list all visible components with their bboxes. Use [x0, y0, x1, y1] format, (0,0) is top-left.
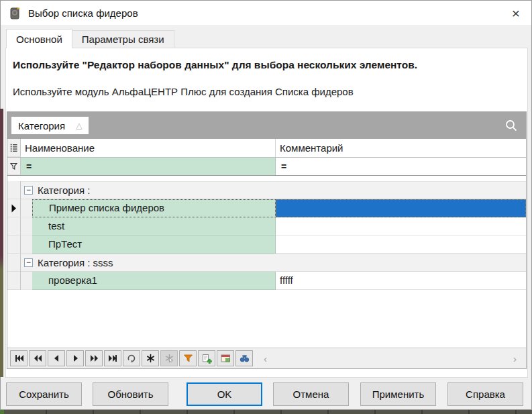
cancel-edit-icon	[164, 354, 174, 363]
nav-next-button[interactable]	[66, 350, 84, 366]
scroll-left-icon[interactable]: ‹	[264, 353, 267, 364]
indicator-cell	[7, 272, 21, 290]
indicator-header-cell[interactable]	[7, 139, 21, 157]
tab-page-main: Используйте "Редактор наборов данных" дл…	[5, 48, 528, 378]
titlebar: Выбор списка фидеров ×	[1, 1, 531, 26]
cell-name[interactable]: Пример списка фидеров	[32, 199, 276, 217]
auto-filter-row: = =	[7, 158, 526, 176]
collapse-icon[interactable]: −	[24, 186, 33, 195]
sort-ascending-icon: △	[76, 121, 82, 130]
app-icon	[7, 6, 22, 21]
scroll-right-icon[interactable]: ›	[513, 353, 517, 364]
current-row-arrow-icon	[11, 204, 17, 213]
group-indent	[21, 236, 32, 254]
nav-insert-button[interactable]	[142, 350, 159, 366]
cell-comment[interactable]	[276, 236, 526, 254]
group-indent	[21, 217, 32, 236]
filter-funnel-icon	[183, 354, 193, 363]
close-button[interactable]: ×	[500, 1, 531, 25]
cancel-button[interactable]: Отмена	[273, 382, 349, 406]
nav-last-button[interactable]	[104, 350, 121, 366]
group-label: Категория :	[38, 185, 90, 196]
apply-button[interactable]: Применить	[360, 382, 436, 406]
instruction-bold: Используйте "Редактор наборов данных" дл…	[13, 59, 417, 71]
nav-prior-button[interactable]	[48, 350, 65, 366]
group-row-category[interactable]: − Категория :	[7, 181, 526, 199]
funnel-icon	[9, 162, 18, 171]
grid-empty-area	[7, 290, 526, 348]
tab-strip: Основной Параметры связи	[6, 29, 174, 48]
dialog-button-bar: Сохранить Обновить OK Отмена Применить С…	[1, 382, 531, 406]
column-header-comment[interactable]: Комментарий	[276, 139, 526, 157]
prior-record-icon	[52, 354, 62, 363]
search-icon[interactable]	[504, 119, 518, 132]
nav-add-record-button[interactable]	[198, 350, 215, 366]
cell-name[interactable]: ПрТест	[32, 236, 276, 254]
table-row[interactable]: test	[7, 217, 526, 236]
collapse-icon[interactable]: −	[24, 258, 33, 267]
refresh-button[interactable]: Обновить	[93, 382, 168, 406]
indicator-cell	[7, 217, 21, 236]
refresh-icon	[127, 354, 137, 363]
feeder-list-grid: Категория △	[7, 111, 527, 369]
next-record-icon	[70, 354, 81, 363]
nav-next-page-button[interactable]	[85, 350, 103, 366]
group-field-label: Категория	[18, 120, 65, 132]
group-label: Категория : ssss	[38, 257, 113, 268]
record-navigator: ‹ ›	[7, 348, 526, 368]
background-window-left-edge	[0, 109, 3, 377]
horizontal-scrollbar[interactable]: ‹ ›	[254, 348, 526, 368]
prior-page-icon	[33, 354, 43, 363]
insert-record-icon	[146, 354, 156, 363]
column-header-name[interactable]: Наименование	[21, 139, 276, 157]
group-indent	[21, 272, 32, 290]
nav-refresh-button[interactable]	[123, 350, 140, 366]
filter-input-name[interactable]: =	[21, 158, 276, 175]
current-row-indicator-cell	[7, 199, 21, 217]
cell-name[interactable]: test	[32, 217, 276, 236]
cell-comment[interactable]: fffff	[276, 272, 526, 290]
background-window-bottom-edge	[0, 410, 532, 414]
nav-find-button[interactable]	[235, 350, 253, 366]
group-row-category-ssss[interactable]: − Категория : ssss	[7, 254, 526, 272]
cell-comment[interactable]	[276, 217, 526, 236]
binoculars-icon	[240, 354, 250, 363]
indicator-cell	[7, 254, 21, 272]
nav-cancel-edit-button	[160, 350, 178, 366]
cell-name[interactable]: проверка1	[32, 272, 276, 290]
first-record-icon	[14, 354, 24, 363]
group-by-chip-category[interactable]: Категория △	[11, 117, 89, 134]
ok-button[interactable]: OK	[187, 382, 262, 406]
help-button[interactable]: Справка	[447, 382, 523, 406]
table-row[interactable]: проверка1 fffff	[7, 272, 526, 290]
customize-layout-icon	[221, 354, 231, 363]
indicator-cell	[7, 181, 21, 199]
indicator-cell	[7, 236, 21, 254]
instruction-normal: Используйте модуль АльфаЦЕНТР Плюс для с…	[13, 86, 354, 97]
tab-connection-params[interactable]: Параметры связи	[72, 30, 174, 48]
nav-prior-page-button[interactable]	[29, 350, 46, 366]
window-title: Выбор списка фидеров	[28, 7, 138, 19]
table-row[interactable]: ПрТест	[7, 236, 526, 254]
filter-separator	[7, 176, 526, 181]
last-record-icon	[108, 354, 118, 363]
group-by-panel: Категория △	[7, 112, 526, 139]
table-row[interactable]: Пример списка фидеров	[7, 199, 526, 217]
next-page-icon	[89, 354, 99, 363]
add-record-icon	[202, 354, 212, 364]
filter-indicator-cell	[7, 158, 21, 175]
dialog-window: Выбор списка фидеров × Основной Параметр…	[0, 0, 532, 410]
nav-filter-button[interactable]	[179, 350, 197, 366]
filter-input-comment[interactable]: =	[276, 158, 526, 175]
group-indent	[21, 199, 32, 217]
row-indicator-icon	[10, 143, 17, 153]
cell-comment-selected[interactable]	[276, 199, 526, 217]
tab-main[interactable]: Основной	[6, 29, 72, 48]
nav-first-button[interactable]	[10, 350, 28, 366]
column-header-row: Наименование Комментарий	[7, 139, 526, 158]
save-button[interactable]: Сохранить	[6, 382, 82, 406]
nav-customize-button[interactable]	[217, 350, 234, 366]
